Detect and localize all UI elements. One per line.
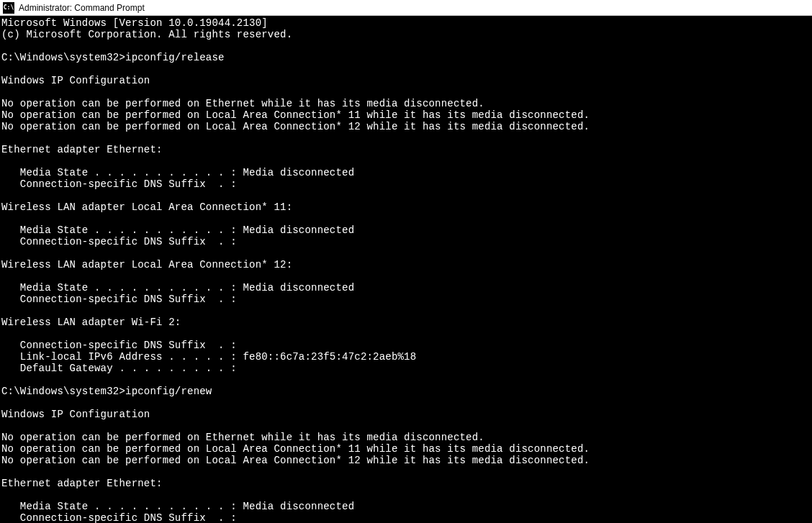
terminal-line bbox=[1, 305, 811, 317]
terminal-line bbox=[1, 40, 811, 52]
terminal-line: Connection-specific DNS Suffix . : bbox=[1, 294, 811, 305]
terminal-line bbox=[1, 155, 811, 167]
terminal-line: Connection-specific DNS Suffix . : bbox=[1, 340, 811, 351]
terminal-line: No operation can be performed on Local A… bbox=[1, 109, 811, 121]
terminal-line: Ethernet adapter Ethernet: bbox=[1, 478, 811, 489]
terminal-line: Connection-specific DNS Suffix . : bbox=[1, 236, 811, 247]
terminal-line: Microsoft Windows [Version 10.0.19044.21… bbox=[1, 17, 811, 29]
terminal-line bbox=[1, 247, 811, 259]
cmd-icon: C:\ bbox=[3, 2, 14, 14]
terminal-line bbox=[1, 190, 811, 201]
terminal-line: No operation can be performed on Etherne… bbox=[1, 432, 811, 443]
terminal-line bbox=[1, 374, 811, 386]
terminal-line: Media State . . . . . . . . . . . : Medi… bbox=[1, 224, 811, 236]
terminal-line: (c) Microsoft Corporation. All rights re… bbox=[1, 29, 811, 40]
terminal-line: Default Gateway . . . . . . . . . : bbox=[1, 363, 811, 374]
terminal-line bbox=[1, 86, 811, 98]
terminal-line: Media State . . . . . . . . . . . : Medi… bbox=[1, 167, 811, 178]
terminal-line bbox=[1, 213, 811, 224]
terminal-line bbox=[1, 466, 811, 478]
terminal-line: C:\Windows\system32>ipconfig/release bbox=[1, 52, 811, 63]
terminal-line bbox=[1, 63, 811, 75]
terminal-line: Link-local IPv6 Address . . . . . : fe80… bbox=[1, 351, 811, 363]
terminal-line: No operation can be performed on Local A… bbox=[1, 121, 811, 132]
terminal-line bbox=[1, 328, 811, 340]
terminal-line bbox=[1, 489, 811, 501]
terminal-line: Connection-specific DNS Suffix . : bbox=[1, 178, 811, 190]
terminal-line: No operation can be performed on Local A… bbox=[1, 455, 811, 466]
terminal-output[interactable]: Microsoft Windows [Version 10.0.19044.21… bbox=[0, 16, 812, 523]
terminal-line: Wireless LAN adapter Local Area Connecti… bbox=[1, 259, 811, 270]
terminal-line: Windows IP Configuration bbox=[1, 409, 811, 420]
terminal-line bbox=[1, 270, 811, 282]
terminal-line: Wireless LAN adapter Local Area Connecti… bbox=[1, 201, 811, 213]
terminal-line: Ethernet adapter Ethernet: bbox=[1, 144, 811, 155]
terminal-line: Media State . . . . . . . . . . . : Medi… bbox=[1, 282, 811, 294]
terminal-line: C:\Windows\system32>ipconfig/renew bbox=[1, 386, 811, 397]
terminal-line bbox=[1, 420, 811, 432]
terminal-line: Media State . . . . . . . . . . . : Medi… bbox=[1, 501, 811, 512]
window-title-bar[interactable]: C:\ Administrator: Command Prompt bbox=[0, 0, 812, 16]
terminal-line: Windows IP Configuration bbox=[1, 75, 811, 86]
terminal-line: Connection-specific DNS Suffix . : bbox=[1, 512, 811, 523]
terminal-line: No operation can be performed on Local A… bbox=[1, 443, 811, 455]
terminal-line bbox=[1, 132, 811, 144]
window-title: Administrator: Command Prompt bbox=[19, 3, 145, 13]
terminal-line: No operation can be performed on Etherne… bbox=[1, 98, 811, 109]
terminal-line bbox=[1, 397, 811, 409]
terminal-line: Wireless LAN adapter Wi-Fi 2: bbox=[1, 317, 811, 328]
